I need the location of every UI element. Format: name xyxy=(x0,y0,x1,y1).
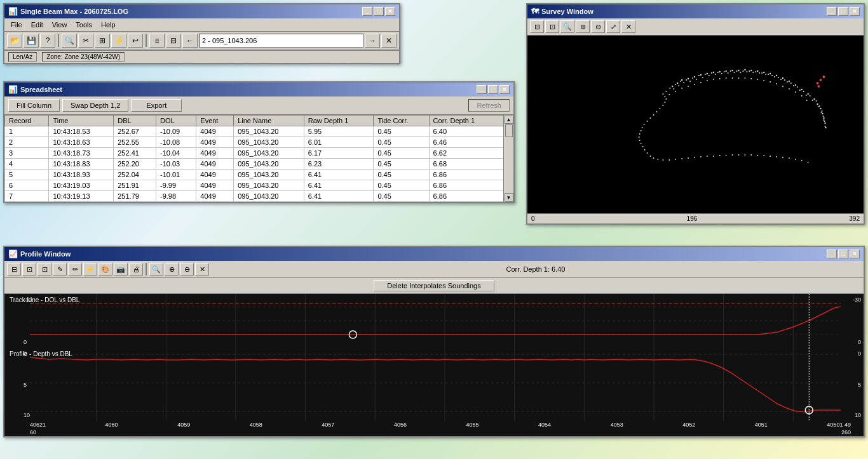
svg-point-90 xyxy=(664,102,665,103)
xlabel-6: 4055 xyxy=(466,422,478,428)
pw-camera[interactable]: 📷 xyxy=(114,263,128,276)
spreadsheet-table-container: Record Time DBL DOL Event Line Name Raw … xyxy=(4,115,513,202)
svg-point-121 xyxy=(732,154,733,156)
forward-button[interactable]: → xyxy=(365,34,380,48)
col-record: Record xyxy=(5,116,49,126)
menu-help[interactable]: Help xyxy=(97,20,119,30)
fill-column-button[interactable]: Fill Column xyxy=(8,99,60,112)
svg-point-120 xyxy=(726,155,727,156)
profile-x-axis: 40621 4060 4059 4058 4057 4056 4055 4054… xyxy=(4,421,864,429)
pw-minimize-button[interactable]: _ xyxy=(827,249,837,258)
sw-cross[interactable]: ✕ xyxy=(621,20,635,33)
svg-point-60 xyxy=(669,88,670,89)
menu-tools[interactable]: Tools xyxy=(72,20,96,30)
pw-tool1[interactable]: ⊟ xyxy=(7,263,21,276)
svg-point-42 xyxy=(746,71,747,72)
svg-point-24 xyxy=(817,103,818,105)
spreadsheet-scrollbar[interactable]: ▲ ▼ xyxy=(503,115,513,202)
undo-button[interactable]: ↩ xyxy=(128,34,143,48)
sw-zoom-out[interactable]: ⊖ xyxy=(591,20,605,33)
xlabel-1: 4060 xyxy=(105,422,118,428)
refresh-button[interactable]: Refresh xyxy=(468,99,510,112)
table-cell: 095_1043.20 xyxy=(234,126,304,137)
sw-zoom-cursor[interactable]: 🔍 xyxy=(560,20,574,33)
ss-close-button[interactable]: ✕ xyxy=(499,85,510,94)
pw-tool2[interactable]: ⊡ xyxy=(22,263,36,276)
svg-point-110 xyxy=(662,159,663,161)
table-cell: 6 xyxy=(5,180,49,191)
svg-point-94 xyxy=(653,114,654,116)
pw-color[interactable]: 🎨 xyxy=(98,263,112,276)
svg-point-6 xyxy=(707,73,708,74)
menu-file[interactable]: File xyxy=(7,20,26,30)
sw-minimize-button[interactable]: _ xyxy=(827,7,837,16)
table-cell: 10:43:19.13 xyxy=(49,191,114,202)
ss-maximize-button[interactable]: □ xyxy=(488,85,498,94)
select-button[interactable]: ✂ xyxy=(78,34,93,48)
open-button[interactable]: 📂 xyxy=(7,34,22,48)
swap-depth-button[interactable]: Swap Depth 1,2 xyxy=(62,99,128,112)
svg-point-14 xyxy=(757,70,758,72)
ss-minimize-button[interactable]: _ xyxy=(477,85,487,94)
export-button[interactable]: Export xyxy=(131,99,182,112)
close-line-button[interactable]: ✕ xyxy=(381,34,397,48)
menu-edit[interactable]: Edit xyxy=(27,20,47,30)
svg-point-3 xyxy=(688,78,689,79)
save-button[interactable]: 💾 xyxy=(24,34,39,48)
svg-point-96 xyxy=(647,121,648,122)
pw-pencil[interactable]: ✏ xyxy=(68,263,82,276)
pw-tool3[interactable]: ⊡ xyxy=(37,263,51,276)
svg-point-147 xyxy=(750,78,752,79)
lightning-button[interactable]: ⚡ xyxy=(111,34,126,48)
svg-point-33 xyxy=(689,81,691,82)
pw-zoom-cursor[interactable]: 🔍 xyxy=(149,263,163,276)
svg-point-157 xyxy=(817,82,819,84)
sw-maximize-button[interactable]: □ xyxy=(838,7,848,16)
svg-point-134 xyxy=(668,94,670,95)
svg-point-133 xyxy=(808,162,809,163)
svg-point-88 xyxy=(664,96,665,97)
scroll-thumb[interactable] xyxy=(505,124,513,137)
zone-status: Zone: Zone 23(48W-42W) xyxy=(42,52,125,62)
pw-zoom-out[interactable]: ⊖ xyxy=(180,263,194,276)
minimize-button[interactable]: _ xyxy=(362,7,372,16)
sw-tool1[interactable]: ⊟ xyxy=(530,20,544,33)
pw-print[interactable]: 🖨 xyxy=(129,263,143,276)
svg-point-139 xyxy=(700,82,702,83)
svg-point-63 xyxy=(686,79,687,81)
scroll-down-button[interactable]: ▼ xyxy=(505,193,513,202)
sw-tool2[interactable]: ⊡ xyxy=(545,20,559,33)
zoom-button[interactable]: 🔍 xyxy=(62,34,77,48)
pw-zoom-in[interactable]: ⊕ xyxy=(165,263,179,276)
svg-point-123 xyxy=(744,154,745,156)
svg-point-151 xyxy=(776,83,777,84)
help-button[interactable]: ? xyxy=(40,34,55,48)
col-rawdepth: Raw Depth 1 xyxy=(304,116,374,126)
pw-close-button[interactable]: ✕ xyxy=(850,249,860,258)
maximize-button[interactable]: □ xyxy=(374,7,384,16)
back-button[interactable]: ← xyxy=(182,34,198,48)
close-button[interactable]: ✕ xyxy=(385,7,395,16)
svg-point-2 xyxy=(681,79,682,81)
grid-button[interactable]: ⊞ xyxy=(95,34,110,48)
sw-close-button[interactable]: ✕ xyxy=(850,7,860,16)
menu-view[interactable]: View xyxy=(48,20,71,30)
table-cell: 095_1043.20 xyxy=(234,159,304,170)
sw-zoom-in[interactable]: ⊕ xyxy=(576,20,590,33)
pw-zoom-fit[interactable]: ✕ xyxy=(195,263,209,276)
table-cell: 6.41 xyxy=(304,170,374,180)
pw-lightning[interactable]: ⚡ xyxy=(83,263,97,276)
svg-point-8 xyxy=(719,71,721,72)
pw-cursor[interactable]: ✎ xyxy=(53,263,67,276)
scroll-up-button[interactable]: ▲ xyxy=(505,115,513,124)
table-button[interactable]: ⊟ xyxy=(166,34,181,48)
table-row: 310:43:18.73252.41-10.044049095_1043.206… xyxy=(5,148,513,159)
svg-point-47 xyxy=(778,77,779,78)
svg-point-72 xyxy=(742,70,743,72)
sw-zoom-fit[interactable]: ⤢ xyxy=(606,20,620,33)
list-button[interactable]: ≡ xyxy=(149,34,165,48)
profile-titlebar: 📈 Profile Window _ □ ✕ xyxy=(4,247,864,261)
delete-interpolates-button[interactable]: Delete Interpolates Soundings xyxy=(374,280,494,291)
line-name-input[interactable] xyxy=(199,34,363,48)
pw-maximize-button[interactable]: □ xyxy=(838,249,848,258)
